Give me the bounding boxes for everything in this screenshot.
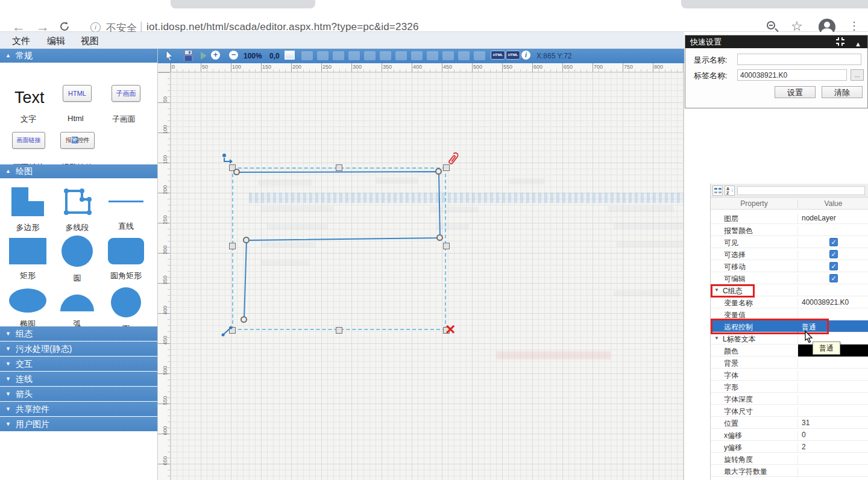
dock-icon[interactable] [836, 37, 844, 46]
property-value[interactable] [797, 382, 868, 393]
tool-subscreen[interactable]: 子画面 [112, 85, 140, 102]
categorize-icon[interactable] [712, 185, 723, 196]
browser-menu-icon[interactable]: ⋮ [849, 19, 860, 33]
tool-html[interactable]: HTML [63, 85, 92, 102]
resize-handle-s[interactable] [336, 327, 342, 334]
set-button[interactable]: 设置 [775, 86, 816, 98]
tool-rectangle[interactable]: 矩形 [4, 238, 52, 281]
vertex-handle[interactable] [435, 168, 442, 175]
property-row-21[interactable]: 最大字符数量 [711, 465, 868, 477]
checkbox-checked[interactable]: ✓ [829, 262, 838, 270]
tool-arc[interactable]: 弧 [53, 286, 101, 329]
tool-text[interactable]: Text [14, 89, 45, 107]
property-value[interactable]: ✓ [797, 274, 868, 284]
property-row-1[interactable]: 报警颜色 [711, 224, 868, 236]
section-header-collapsed-0[interactable]: ▼组态 [0, 326, 157, 341]
vertex-handle[interactable] [241, 316, 247, 323]
section-header-collapsed-6[interactable]: ▼用户图片 [0, 417, 157, 431]
property-value[interactable]: 400038921.K0 [797, 298, 868, 308]
property-row-12[interactable]: 背景 [711, 357, 868, 369]
collapse-down-icon[interactable]: ▼ [714, 287, 719, 293]
property-row-8[interactable]: 变量值 [711, 308, 868, 320]
property-row-20[interactable]: 旋转角度 [711, 453, 868, 465]
property-value[interactable] [797, 467, 868, 477]
property-row-13[interactable]: 字体 [711, 369, 868, 381]
selected-polyline-shape[interactable] [171, 72, 684, 480]
property-value[interactable] [797, 370, 868, 381]
tool-line[interactable]: 直线 [102, 187, 150, 232]
property-row-5[interactable]: 可编辑✓ [711, 272, 868, 284]
vertex-handle[interactable] [436, 234, 443, 241]
property-row-7[interactable]: 变量名称400038921.K0 [711, 296, 868, 308]
attach-paperclip-icon[interactable] [445, 152, 459, 167]
property-row-14[interactable]: 字形 [711, 381, 868, 393]
property-value[interactable]: nodeLayer [797, 214, 868, 224]
property-row-16[interactable]: 字体尺寸 [711, 405, 868, 417]
checkbox-checked[interactable]: ✓ [829, 250, 838, 258]
design-canvas[interactable]: × [171, 72, 684, 480]
menu-file[interactable]: 文件 [12, 36, 30, 47]
property-value[interactable]: 31 [797, 419, 868, 429]
tool-screen-link[interactable]: 画面链接 [12, 132, 45, 149]
section-header-drawing[interactable]: ▲ 绘图 [0, 164, 157, 178]
resize-handle-w[interactable] [229, 243, 236, 249]
property-value[interactable] [797, 226, 868, 236]
section-header-collapsed-4[interactable]: ▼箭头 [0, 387, 157, 401]
property-value[interactable] [797, 407, 868, 417]
property-value[interactable]: ✓ [797, 262, 868, 272]
vertex-handle[interactable] [233, 169, 240, 175]
page-info-icon[interactable]: i [90, 22, 101, 33]
browser-tab[interactable] [681, 0, 868, 8]
pointer-tool-icon[interactable] [165, 50, 174, 61]
vertex-handle[interactable] [243, 237, 250, 243]
property-value[interactable] [797, 394, 868, 405]
tool-polyline[interactable]: 多线段 [53, 187, 101, 233]
html-export-icon[interactable]: HTML [491, 51, 505, 60]
property-value[interactable]: 0 [797, 431, 868, 441]
zoom-in-icon[interactable]: + [211, 51, 220, 60]
property-row-0[interactable]: 图层nodeLayer [711, 212, 868, 224]
property-value[interactable] [797, 358, 868, 369]
property-row-4[interactable]: 可移动✓ [711, 260, 868, 272]
checkbox-checked[interactable]: ✓ [829, 274, 838, 282]
section-header-collapsed-3[interactable]: ▼连线 [0, 372, 157, 386]
section-header-collapsed-5[interactable]: ▼共享控件 [0, 402, 157, 416]
collapse-down-icon[interactable]: ▼ [714, 335, 719, 341]
property-row-9[interactable]: 远程控制普通 [711, 320, 868, 332]
tool-alarm-control[interactable]: 报警控件 [60, 132, 95, 149]
checkbox-checked[interactable]: ✓ [829, 238, 838, 246]
property-value[interactable] [797, 455, 868, 465]
property-row-15[interactable]: 字体深度 [711, 393, 868, 405]
html-export-icon-2[interactable]: HTML [506, 51, 520, 60]
browser-tab[interactable] [171, 0, 315, 8]
section-header-collapsed-2[interactable]: ▼交互 [0, 357, 157, 371]
tool-polygon[interactable]: 多边形 [4, 187, 52, 233]
browse-tags-button[interactable]: ... [851, 69, 864, 81]
collapse-panel-icon[interactable]: ▲ [855, 38, 861, 51]
canvas-settings-icon[interactable] [285, 51, 295, 60]
property-row-19[interactable]: y偏移2 [711, 441, 868, 453]
tool-ellipse[interactable]: 椭圆 [4, 286, 52, 329]
tool-circle[interactable]: 圆 [53, 235, 101, 284]
delete-selection-icon[interactable]: × [445, 322, 455, 337]
property-value[interactable]: 2 [797, 443, 868, 453]
zoom-page-icon[interactable] [767, 21, 775, 30]
reload-icon[interactable] [59, 21, 70, 32]
property-value[interactable]: ✓ [797, 238, 868, 248]
property-value[interactable] [797, 310, 868, 320]
run-icon[interactable] [200, 52, 207, 60]
menu-edit[interactable]: 编辑 [47, 36, 65, 47]
property-value[interactable]: ✓ [797, 250, 868, 260]
property-filter-field[interactable] [737, 186, 865, 195]
display-name-input[interactable] [737, 54, 861, 65]
url-text[interactable]: iot.idosp.net/html/scada/editor.aspx.htm… [146, 21, 419, 33]
quick-settings-title[interactable]: 快速设置 ▲ [685, 36, 867, 48]
property-row-10[interactable]: ▼L标签文本 [711, 332, 868, 344]
property-row-11[interactable]: 颜色 [711, 344, 868, 357]
zoom-out-icon[interactable]: − [229, 51, 238, 60]
property-row-2[interactable]: 可见✓ [711, 236, 868, 248]
section-header-general[interactable]: ▲ 常规 [0, 49, 157, 63]
property-row-18[interactable]: x偏移0 [711, 429, 868, 441]
property-row-3[interactable]: 可选择✓ [711, 248, 868, 260]
property-row-6[interactable]: ▼C组态 [711, 284, 868, 296]
